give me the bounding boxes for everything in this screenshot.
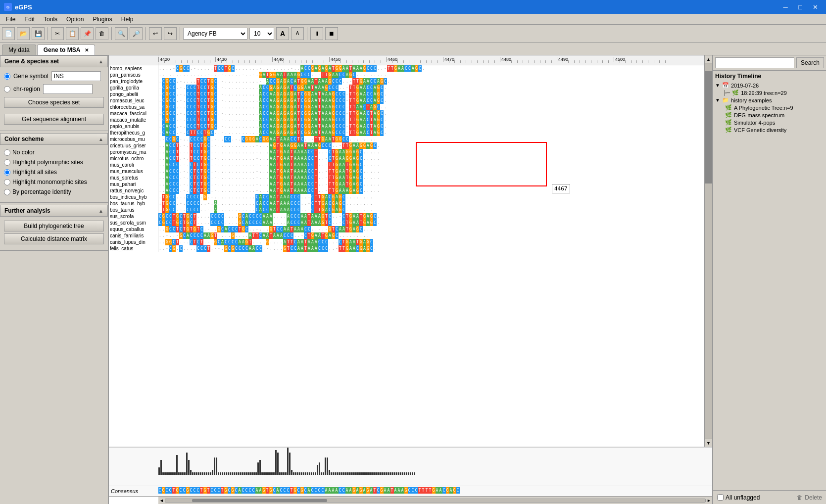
sequence-data[interactable]: ..ACCC.-.CTCTGC.-...........-...AATGAATA… <box>158 175 604 181</box>
toolbar-zoom-in[interactable]: 🔍 <box>115 27 128 40</box>
menu-edit[interactable]: Edit <box>20 15 39 24</box>
menu-file[interactable]: File <box>2 15 19 24</box>
sequence-data[interactable]: .CGCC.-.CCCTCCTGC.-..........ACCAAGAGAGA… <box>158 110 604 117</box>
sequence-data[interactable]: .CGCC.-.CCCTCCTGC.-..........ACCAAGAGAGA… <box>158 117 604 123</box>
highlight-all-radio[interactable] <box>4 169 10 176</box>
highlight-polymorphic-label[interactable]: Highlight polymorphic sites <box>4 159 104 166</box>
sequence-data[interactable]: .TGCC.-.CCCC..-.A...........CACCAATAAACC… <box>158 207 604 213</box>
tab-close-icon[interactable]: ✕ <box>85 47 89 53</box>
toolbar-delete[interactable]: 🗑 <box>96 27 108 40</box>
sequence-data[interactable]: .CGCC.-.CCCTCCTGC.-..........ACCAAGAGAGA… <box>158 104 604 110</box>
toolbar-save[interactable]: 💾 <box>32 27 45 40</box>
vscroll-track[interactable] <box>705 63 712 439</box>
sequence-data[interactable]: ..ACCT.-.TCCTGC.-...........-...AATGAATA… <box>158 155 604 162</box>
hscroll-track[interactable] <box>165 499 706 503</box>
sequence-data[interactable]: ..ACCC.-.CTCTGC.-...........-...AATGAATA… <box>158 187 604 194</box>
toolbar-cut[interactable]: ✂ <box>51 27 64 40</box>
sequence-data[interactable]: .CGCC.-....TCCTGC.-..........-.ACCGAGACA… <box>158 78 604 85</box>
history-item-6[interactable]: 🌿VCF Genetic diversity <box>715 126 824 134</box>
gene-species-header[interactable]: Gene & species set ▲ <box>0 55 108 67</box>
sequence-data[interactable]: .-CCGC-..CCCCGC.-..CC.-.CGGGACGGAATAAACC… <box>158 136 604 142</box>
sequence-data[interactable]: CGCCTGCTGCT....CCCC....GCACCCCAAA....ACC… <box>158 213 604 220</box>
sequence-data[interactable]: .CACC.-.CCCTCCTGC.-..........ACCAAGAGAGA… <box>158 123 604 130</box>
highlight-all-label[interactable]: Highlight all sites <box>4 169 104 176</box>
toolbar-copy[interactable]: 📋 <box>66 27 79 40</box>
sequence-data[interactable]: ..ACCT.-.TCCTGC.-...........-...AATGAATA… <box>158 149 604 155</box>
toolbar-paste[interactable]: 📌 <box>81 27 94 40</box>
by-pct-identity-label[interactable]: By percentage identity <box>4 188 104 195</box>
msa-full[interactable]: 442044304440445044604470448044904500 hom… <box>109 55 704 447</box>
further-analysis-header[interactable]: Further analysis ▲ <box>0 205 108 217</box>
toolbar-font-down[interactable]: A <box>291 27 304 40</box>
history-item-4[interactable]: 🌿DEG-mass spectrum <box>715 111 824 119</box>
toolbar-stop[interactable]: ⏹ <box>325 27 338 40</box>
calc-matrix-button[interactable]: Calculate distance matrix <box>4 233 104 244</box>
sequence-data[interactable]: .CGCC.-.CCCTCCTGC.-..........ACCGAGAGATC… <box>158 85 604 91</box>
sequence-data[interactable]: .CGCC.-.CCCTCCTGC.-..........ACCAAGAGAGA… <box>158 97 604 104</box>
font-family-select[interactable]: Agency FB Arial Courier New <box>183 28 247 40</box>
msa-scroll-wrapper[interactable]: 442044304440445044604470448044904500 hom… <box>109 55 712 504</box>
history-item-5[interactable]: 🌿Simulator 4-pops <box>715 119 824 126</box>
menu-tools[interactable]: Tools <box>40 15 61 24</box>
highlight-polymorphic-radio[interactable] <box>4 159 10 166</box>
sequence-data[interactable]: ..GGCT.-.CTCT.-.GCACCCCAAGT....G....ATTC… <box>158 239 604 245</box>
search-button[interactable]: Search <box>796 57 824 68</box>
title-bar-controls[interactable]: ─ □ ✕ <box>778 2 822 12</box>
sequence-data[interactable]: .TGCC.-.CCCC.G.-............CACCAATAAACC… <box>158 194 604 200</box>
toolbar-undo[interactable]: ↩ <box>149 27 162 40</box>
history-item-0[interactable]: ▼📅2019-07-26 <box>715 82 824 89</box>
hscroll-left-arrow[interactable]: ◄ <box>158 497 165 504</box>
close-button[interactable]: ✕ <box>808 2 822 12</box>
sequence-data[interactable]: CGCCTGCTGCT....CCCC....GCACCCCAAA....ACC… <box>158 220 604 226</box>
minimize-button[interactable]: ─ <box>778 2 792 12</box>
vscroll-up-arrow[interactable]: ▲ <box>705 55 712 63</box>
tab-my-data[interactable]: My data <box>2 45 36 55</box>
sequence-data[interactable]: ....-CGCC.-.....TCCTGC.......-........-.… <box>158 65 604 72</box>
sequence-data[interactable]: ..ACCT.-.TCCTGC.-...........-...AGTGAAGG… <box>158 142 604 149</box>
menu-plugins[interactable]: Plugins <box>89 15 116 24</box>
history-item-3[interactable]: 🌿A Phylogenetic Tree:n=9 <box>715 104 824 111</box>
sequence-data[interactable]: .CGCC.-.CCCTCCTGC.-..........ACCAAGAGAGA… <box>158 91 604 97</box>
choose-species-button[interactable]: Choose species set <box>4 97 104 108</box>
highlight-monomorphic-radio[interactable] <box>4 179 10 185</box>
font-size-select[interactable]: 8 9 10 11 12 <box>249 28 274 40</box>
toolbar-pause[interactable]: ⏸ <box>310 27 323 40</box>
search-input[interactable] <box>715 57 794 68</box>
delete-button[interactable]: 🗑 Delete <box>797 494 822 501</box>
tab-gene-to-msa[interactable]: Gene to MSA ✕ <box>37 45 96 55</box>
menu-option[interactable]: Option <box>62 15 88 24</box>
history-item-1[interactable]: ├─🌿18:29:39 tree:n=29 <box>715 89 824 96</box>
sequence-data[interactable]: .CACC.-.CTTCCTGC..-..........ACCAAGAGAGA… <box>158 130 604 136</box>
sequence-data[interactable]: ..............-...-.....-..-.GATGGAATAAA… <box>158 72 604 78</box>
sequence-data[interactable]: ..GCCTCTGTGTC.-..GCACCCTGC..-...GTCCAATA… <box>158 226 604 232</box>
further-analysis-collapse[interactable]: ▲ <box>98 208 103 214</box>
hscroll-thumb[interactable] <box>192 499 327 502</box>
chr-region-input[interactable] <box>43 84 93 94</box>
no-color-radio[interactable] <box>4 149 10 156</box>
toolbar-font-up[interactable]: A <box>276 27 289 40</box>
hscroll-right-arrow[interactable]: ► <box>706 497 712 504</box>
vscroll-thumb[interactable] <box>705 71 712 183</box>
maximize-button[interactable]: □ <box>793 2 807 12</box>
no-color-label[interactable]: No color <box>4 149 104 156</box>
sequence-data[interactable]: .TGCC.-.CCCC..-.A...........CACCAATAAACC… <box>158 200 604 207</box>
by-pct-identity-radio[interactable] <box>4 189 10 195</box>
highlight-monomorphic-label[interactable]: Highlight monomorphic sites <box>4 179 104 185</box>
gene-symbol-input[interactable] <box>51 71 101 81</box>
toolbar-zoom-out[interactable]: 🔎 <box>130 27 143 40</box>
sequence-data[interactable]: ..ACCC.-.CTCTGC.-...........-...AATGAATA… <box>158 168 604 175</box>
sequence-data[interactable]: ..ACCC.-.CTCTGC.-...........-...AATGAATA… <box>158 181 604 187</box>
get-alignment-button[interactable]: Get sequence alignment <box>4 114 104 125</box>
vscroll-down-arrow[interactable]: ▼ <box>705 439 712 447</box>
color-scheme-header[interactable]: Color scheme ▲ <box>0 133 108 145</box>
hscroll-bar[interactable]: ◄ ► <box>158 497 712 504</box>
msa-vscroll-bar[interactable]: ▲ ▼ <box>704 55 712 447</box>
history-item-2[interactable]: ▼📁history examples <box>715 96 824 104</box>
toolbar-new[interactable]: 📄 <box>2 27 15 40</box>
color-scheme-collapse[interactable]: ▲ <box>98 137 103 142</box>
toolbar-open[interactable]: 📂 <box>17 27 30 40</box>
sequence-data[interactable]: ..-..-GCACCCCAAGT....G....ATTCAATAAACCC.… <box>158 232 604 239</box>
gene-symbol-radio[interactable] <box>4 73 10 80</box>
build-tree-button[interactable]: Build phylogenetic tree <box>4 221 104 231</box>
menu-help[interactable]: Help <box>117 15 138 24</box>
